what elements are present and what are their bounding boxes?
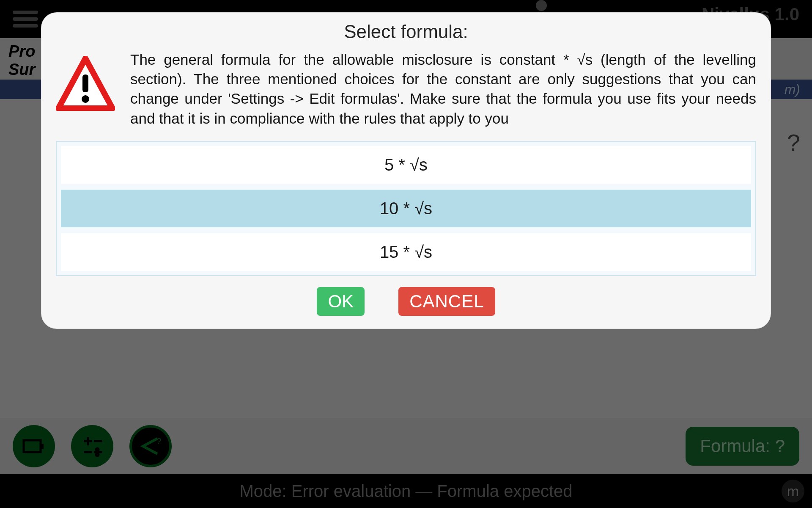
- select-formula-dialog: Select formula: The general formula for …: [41, 13, 771, 329]
- formula-options: 5 * √s 10 * √s 15 * √s: [56, 141, 756, 276]
- dialog-text: The general formula for the allowable mi…: [130, 50, 756, 128]
- svg-rect-11: [82, 75, 88, 92]
- formula-option-2[interactable]: 15 * √s: [61, 233, 751, 271]
- svg-point-12: [82, 95, 89, 103]
- cancel-button[interactable]: CANCEL: [398, 287, 495, 316]
- dialog-actions: OK CANCEL: [56, 287, 756, 316]
- warning-icon: [56, 50, 119, 113]
- formula-option-1[interactable]: 10 * √s: [61, 190, 751, 227]
- formula-option-0[interactable]: 5 * √s: [61, 146, 751, 184]
- ok-button[interactable]: OK: [317, 287, 365, 316]
- dialog-title: Select formula:: [56, 21, 756, 42]
